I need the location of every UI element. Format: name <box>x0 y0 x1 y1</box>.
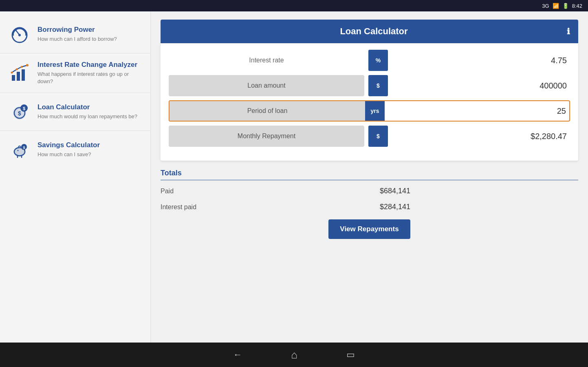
sidebar-desc-borrowing-power: How much can I afford to borrow? <box>37 35 117 43</box>
svg-rect-8 <box>22 69 25 81</box>
calculator-card: Interest rate % Loan amount $ Period of … <box>161 43 578 161</box>
svg-rect-7 <box>17 72 20 81</box>
piggy-icon: $ <box>8 138 31 161</box>
svg-point-10 <box>21 66 23 68</box>
loan-amount-button[interactable]: Loan amount <box>169 75 364 96</box>
interest-paid-value: $284,141 <box>380 203 410 211</box>
signal-bars-icon: 📶 <box>553 3 559 9</box>
signal-indicator: 3G <box>542 3 549 9</box>
sidebar-item-borrowing-power[interactable]: Borrowing Power How much can I afford to… <box>0 15 150 53</box>
right-panel: Loan Calculator ℹ Interest rate % Loan a… <box>151 11 588 343</box>
main-content: Borrowing Power How much can I afford to… <box>0 11 588 343</box>
interest-rate-label: Interest rate <box>169 57 364 64</box>
period-of-loan-row: Period of loan yrs <box>169 100 570 122</box>
period-of-loan-button[interactable]: Period of loan <box>170 101 365 121</box>
time-display: 8:42 <box>572 3 582 9</box>
loan-amount-row: Loan amount $ <box>169 75 570 96</box>
paid-label: Paid <box>161 188 356 195</box>
monthly-repayment-button[interactable]: Monthly Repayment <box>169 126 364 147</box>
sidebar-item-loan-calculator[interactable]: $ $ Loan Calculator How much would my lo… <box>0 93 150 131</box>
svg-point-20 <box>18 150 19 151</box>
svg-text:$: $ <box>18 110 21 117</box>
interest-paid-label: Interest paid <box>161 203 356 211</box>
svg-text:$: $ <box>23 146 25 150</box>
sidebar-item-interest-rate[interactable]: Interest Rate Change Analyzer What happe… <box>0 53 150 93</box>
sidebar-desc-loan-calculator: How much would my loan repayments be? <box>37 113 137 120</box>
interest-paid-row: Interest paid $284,141 <box>161 203 578 211</box>
battery-icon: 🔋 <box>562 3 569 9</box>
status-bar: 3G 📶 🔋 8:42 <box>0 0 588 11</box>
monthly-repayment-value: $2,280.47 <box>388 126 570 147</box>
interest-rate-row: Interest rate % <box>169 50 570 71</box>
sidebar-item-savings-calculator[interactable]: $ Savings Calculator How much can I save… <box>0 131 150 168</box>
home-button[interactable]: ⌂ <box>291 349 297 361</box>
interest-rate-input[interactable] <box>388 50 570 71</box>
svg-rect-6 <box>12 75 15 81</box>
sidebar-text-loan-calculator: Loan Calculator How much would my loan r… <box>37 103 137 120</box>
svg-text:$: $ <box>23 106 25 111</box>
period-of-loan-input[interactable] <box>385 101 569 121</box>
calculator-title: Loan Calculator <box>181 26 567 37</box>
totals-title: Totals <box>161 169 578 180</box>
recent-apps-button[interactable]: ▭ <box>346 349 355 360</box>
paid-value: $684,141 <box>380 187 410 195</box>
view-repayments-button[interactable]: View Repayments <box>328 219 410 239</box>
loan-amount-input[interactable] <box>388 75 570 96</box>
sidebar-desc-savings-calculator: How much can I save? <box>37 151 100 158</box>
loan-amount-unit: $ <box>368 75 388 96</box>
totals-section: Totals Paid $684,141 Interest paid $284,… <box>161 169 578 239</box>
back-button[interactable]: ← <box>233 349 242 360</box>
svg-point-2 <box>18 34 21 36</box>
info-icon[interactable]: ℹ <box>567 27 570 36</box>
sidebar: Borrowing Power How much can I afford to… <box>0 11 151 343</box>
monthly-repayment-unit: $ <box>368 126 388 147</box>
sidebar-text-savings-calculator: Savings Calculator How much can I save? <box>37 141 100 158</box>
header-bar: Loan Calculator ℹ <box>161 20 578 43</box>
sidebar-title-savings-calculator: Savings Calculator <box>37 141 100 149</box>
sidebar-title-loan-calculator: Loan Calculator <box>37 103 137 111</box>
sidebar-title-borrowing-power: Borrowing Power <box>37 26 117 34</box>
interest-rate-unit: % <box>368 50 388 71</box>
sidebar-text-borrowing-power: Borrowing Power How much can I afford to… <box>37 26 117 43</box>
sidebar-text-interest-rate: Interest Rate Change Analyzer What happe… <box>37 61 142 85</box>
sidebar-title-interest-rate: Interest Rate Change Analyzer <box>37 61 142 69</box>
svg-point-11 <box>16 69 18 71</box>
svg-point-9 <box>26 64 29 66</box>
monthly-repayment-row: Monthly Repayment $ $2,280.47 <box>169 126 570 147</box>
chart-icon <box>8 62 31 84</box>
money-icon: $ $ <box>8 100 31 123</box>
sidebar-desc-interest-rate: What happens if interest rates go up or … <box>37 71 142 85</box>
period-of-loan-unit: yrs <box>365 101 385 121</box>
nav-bar: ← ⌂ ▭ <box>0 343 588 367</box>
svg-point-12 <box>11 72 13 74</box>
paid-row: Paid $684,141 <box>161 187 578 195</box>
gauge-icon <box>8 23 31 46</box>
